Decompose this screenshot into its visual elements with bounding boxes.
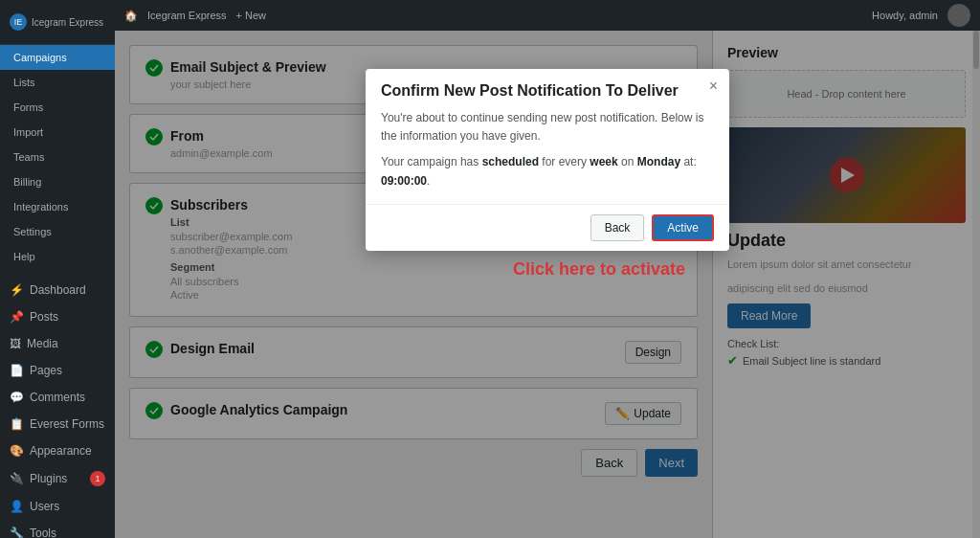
scheduled-suffix: .: [427, 174, 430, 188]
scheduled-end: at:: [680, 155, 697, 168]
scheduled-bold3: Monday: [637, 155, 680, 168]
sidebar-item-pages[interactable]: 📄 Pages: [0, 357, 115, 384]
pages-label: Pages: [30, 364, 62, 377]
sidebar-item-lists[interactable]: Lists: [0, 70, 115, 95]
logo-text: Icegram Express: [32, 17, 103, 28]
sidebar-item-teams[interactable]: Teams: [0, 145, 115, 169]
modal-active-button[interactable]: Active: [652, 214, 714, 241]
new-item[interactable]: + New: [236, 10, 267, 21]
scheduled-bold1: scheduled: [482, 155, 539, 168]
settings-label: Settings: [13, 226, 52, 237]
main-area: 🏠 Icegram Express + New Howdy, admin Ema…: [115, 0, 980, 538]
posts-label: Posts: [30, 310, 58, 324]
appearance-icon: 🎨: [10, 444, 24, 458]
dashboard-label: Dashboard: [30, 283, 86, 297]
forms-label: Forms: [13, 101, 43, 113]
sidebar-item-settings[interactable]: Settings: [0, 219, 115, 244]
posts-icon: 📌: [10, 310, 24, 324]
scheduled-mid1: for every: [539, 155, 590, 168]
pages-icon: 📄: [10, 364, 24, 377]
sidebar-logo: IE Icegram Express: [0, 8, 115, 36]
users-icon: 👤: [10, 500, 24, 513]
media-icon: 🖼: [10, 337, 21, 350]
tools-label: Tools: [30, 527, 56, 538]
click-here-text: Click here to activate: [513, 259, 685, 280]
modal-scheduled-text: Your campaign has scheduled for every we…: [381, 153, 714, 190]
plugins-label: Plugins: [30, 472, 67, 485]
modal-title: Confirm New Post Notification To Deliver: [381, 82, 714, 100]
wp-home-icon[interactable]: 🏠: [124, 10, 138, 22]
modal-body: You're about to continue sending new pos…: [366, 109, 729, 204]
modal-footer: Back Active: [366, 204, 729, 251]
scheduled-time: 09:00:00: [381, 174, 427, 188]
media-label: Media: [27, 337, 58, 350]
logo-icon: IE: [10, 13, 27, 31]
everest-icon: 📋: [10, 417, 24, 431]
modal-back-button[interactable]: Back: [590, 214, 645, 241]
appearance-label: Appearance: [30, 444, 92, 458]
sidebar-item-forms[interactable]: Forms: [0, 95, 115, 120]
scheduled-mid2: on: [618, 155, 637, 168]
sidebar-item-campaigns[interactable]: Campaigns: [0, 45, 115, 70]
teams-label: Teams: [13, 151, 44, 163]
modal-overlay[interactable]: Confirm New Post Notification To Deliver…: [115, 31, 980, 538]
sidebar-item-tools[interactable]: 🔧 Tools: [0, 520, 115, 538]
sidebar-item-integrations[interactable]: Integrations: [0, 194, 115, 219]
sidebar-item-everest-forms[interactable]: 📋 Everest Forms: [0, 411, 115, 437]
comments-icon: 💬: [10, 391, 24, 404]
site-name[interactable]: Icegram Express: [147, 10, 227, 21]
lists-label: Lists: [13, 77, 35, 88]
sidebar-item-billing[interactable]: Billing: [0, 169, 115, 194]
plugins-badge: 1: [90, 471, 105, 486]
integrations-label: Integrations: [13, 201, 68, 213]
modal-header: Confirm New Post Notification To Deliver…: [366, 69, 729, 109]
admin-user[interactable]: Howdy, admin: [872, 10, 938, 21]
avatar-icon: [947, 4, 970, 27]
plugins-icon: 🔌: [10, 472, 24, 485]
comments-label: Comments: [30, 391, 85, 404]
tools-icon: 🔧: [10, 527, 24, 538]
modal-container: Confirm New Post Notification To Deliver…: [366, 69, 729, 251]
scheduled-bold2: week: [590, 155, 617, 168]
modal-body-text: You're about to continue sending new pos…: [381, 109, 714, 146]
sidebar-item-posts[interactable]: 📌 Posts: [0, 303, 115, 330]
sidebar-item-dashboard[interactable]: ⚡ Dashboard: [0, 277, 115, 303]
sidebar-item-help[interactable]: Help: [0, 244, 115, 269]
sidebar-top: IE Icegram Express: [0, 0, 115, 45]
modal: Confirm New Post Notification To Deliver…: [366, 69, 729, 251]
content-area: Email Subject & Preview your subject her…: [115, 31, 980, 538]
modal-close-button[interactable]: ×: [709, 78, 718, 94]
dashboard-icon: ⚡: [10, 283, 24, 297]
sidebar-item-plugins[interactable]: 🔌 Plugins 1: [0, 464, 115, 493]
plugin-menu: Campaigns Lists Forms Import Teams Billi…: [0, 45, 115, 269]
import-label: Import: [13, 126, 43, 138]
wp-menu: ⚡ Dashboard 📌 Posts 🖼 Media 📄 Pages 💬 Co…: [0, 277, 115, 538]
scheduled-prefix: Your campaign has: [381, 155, 482, 168]
users-label: Users: [30, 500, 59, 513]
topbar: 🏠 Icegram Express + New Howdy, admin: [115, 0, 980, 31]
campaigns-label: Campaigns: [13, 52, 67, 63]
sidebar-item-users[interactable]: 👤 Users: [0, 493, 115, 520]
sidebar-item-comments[interactable]: 💬 Comments: [0, 384, 115, 411]
sidebar-item-import[interactable]: Import: [0, 120, 115, 145]
sidebar-item-appearance[interactable]: 🎨 Appearance: [0, 437, 115, 464]
everest-label: Everest Forms: [30, 417, 104, 431]
billing-label: Billing: [13, 176, 41, 188]
sidebar: IE Icegram Express Campaigns Lists Forms…: [0, 0, 115, 538]
sidebar-item-media[interactable]: 🖼 Media: [0, 330, 115, 357]
help-label: Help: [13, 251, 35, 262]
